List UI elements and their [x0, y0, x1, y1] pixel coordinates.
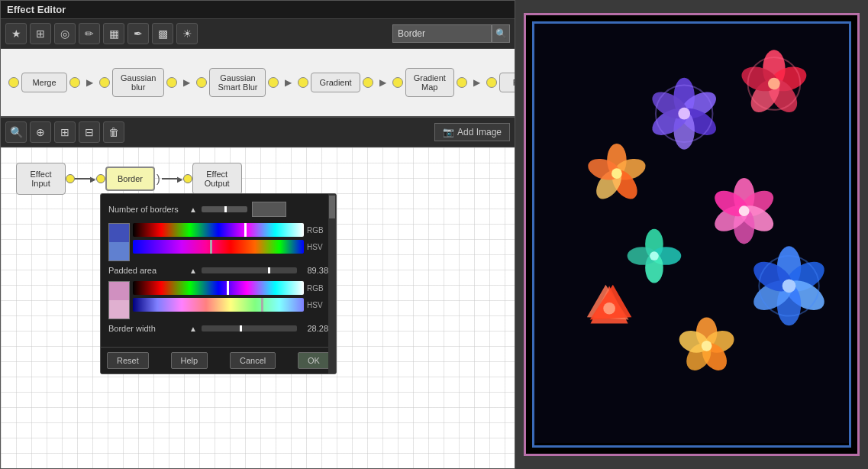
merge-node[interactable]: Merge — [8, 73, 80, 92]
gradient-connector-right — [363, 77, 373, 88]
color-row-2: RGB HSV — [108, 281, 328, 319]
num-borders-thumb — [224, 206, 227, 212]
filter-box[interactable]: Filter — [499, 73, 515, 92]
reset-button[interactable]: Reset — [107, 352, 149, 369]
settings-panel: Number of borders ▲ — [100, 193, 337, 374]
effect-input-box[interactable]: EffectInput — [16, 163, 66, 195]
editor-title-bar: Effect Editor — [1, 1, 515, 19]
border-node[interactable]: Border ) ▶ — [96, 167, 183, 191]
effects-strip: Merge ▶ Gaussianblur ▶ GaussianSmart Blu… — [1, 49, 515, 118]
input-right-connector — [66, 174, 75, 183]
effect-input-node[interactable]: EffectInput — [16, 163, 75, 195]
hsv-slider-2[interactable] — [133, 298, 304, 312]
search-input[interactable] — [392, 24, 492, 43]
gaussian-blur-node[interactable]: Gaussianblur — [99, 68, 177, 97]
color-sliders-1: RGB HSV — [133, 223, 328, 261]
cancel-button[interactable]: Cancel — [230, 352, 276, 369]
help-button[interactable]: Help — [171, 352, 208, 369]
grid-button[interactable]: ⊞ — [30, 23, 51, 44]
gm-box[interactable]: GradientMap — [405, 68, 454, 97]
editor-title: Effect Editor — [7, 4, 66, 15]
color-swatch-1[interactable] — [108, 223, 130, 261]
gsb-connector-right — [268, 77, 279, 88]
scroll-indicator[interactable] — [328, 194, 336, 374]
num-borders-slider[interactable] — [202, 206, 247, 212]
filter-connector-left — [486, 77, 497, 88]
color-swatch-2[interactable] — [108, 281, 130, 319]
svg-point-43 — [702, 341, 712, 351]
gaussian-blur-connector-left — [99, 77, 110, 88]
top-toolbar: ★ ⊞ ◎ ✏ ▦ ✒ ▩ ☀ 🔍 — [1, 19, 515, 49]
node-button[interactable]: ◎ — [54, 23, 76, 44]
rgb-slider-2[interactable] — [133, 281, 304, 295]
gm-connector-right — [457, 77, 467, 88]
padded-area-value: 89.38 — [302, 266, 328, 275]
zoom-in-button[interactable]: ⊕ — [30, 121, 51, 143]
svg-point-48 — [650, 251, 659, 260]
ungroup-button[interactable]: ⊟ — [79, 121, 100, 143]
hsv-label-2: HSV — [307, 301, 328, 309]
pattern-button[interactable]: ▩ — [152, 23, 173, 44]
merge-connector-left — [8, 77, 19, 88]
gsb-box[interactable]: GaussianSmart Blur — [209, 68, 266, 97]
border-left-connector — [96, 174, 105, 183]
gradient-map-node[interactable]: GradientMap — [392, 68, 467, 97]
svg-point-26 — [739, 205, 750, 216]
group-button[interactable]: ⊞ — [54, 121, 76, 143]
padded-area-label: Padded area — [108, 266, 185, 275]
ok-button[interactable]: OK — [298, 352, 330, 369]
rgb-label-2: RGB — [307, 284, 328, 293]
gradient-node[interactable]: Gradient — [298, 73, 373, 92]
preview-panel — [515, 0, 868, 469]
merge-box[interactable]: Merge — [21, 73, 67, 92]
hsv-slider-1[interactable] — [133, 240, 304, 254]
border-box[interactable]: Border — [105, 167, 155, 191]
layer-button[interactable]: ▦ — [103, 23, 124, 44]
node-canvas: EffectInput ▶ Border ) ▶ EffectOutput — [1, 147, 515, 468]
border-width-slider[interactable] — [202, 325, 297, 332]
gradient-box[interactable]: Gradient — [311, 73, 360, 92]
arrow-4: ▶ — [379, 77, 386, 88]
add-image-label: Add Image — [457, 127, 502, 137]
flowers-svg — [534, 24, 849, 443]
add-image-button[interactable]: 📷 Add Image — [434, 123, 510, 141]
color-row-1: RGB HSV — [108, 223, 328, 261]
arrow-1: ▶ — [86, 77, 93, 88]
pen-button[interactable]: ✒ — [127, 23, 149, 44]
svg-point-19 — [611, 168, 622, 179]
add-image-icon: 📷 — [443, 127, 454, 137]
rgb-thumb-2 — [227, 281, 229, 295]
effect-output-box[interactable]: EffectOutput — [192, 163, 242, 195]
settings-content: Number of borders ▲ — [101, 194, 336, 347]
padded-area-slider[interactable] — [202, 267, 297, 273]
second-toolbar: 🔍 ⊕ ⊞ ⊟ 🗑 📷 Add Image — [1, 118, 515, 147]
svg-point-6 — [768, 78, 780, 90]
gaussian-blur-connector-right — [166, 77, 177, 88]
padded-area-triangle-icon: ▲ — [189, 267, 197, 275]
gaussian-blur-box[interactable]: Gaussianblur — [112, 68, 164, 97]
border-width-row: Border width ▲ 28.28 — [108, 324, 328, 333]
preview-inner-border — [532, 21, 851, 448]
num-borders-spinbox[interactable] — [252, 202, 286, 217]
arrow-3: ▶ — [285, 77, 292, 88]
border-width-value: 28.28 — [302, 324, 328, 333]
rgb-slider-1[interactable] — [133, 223, 304, 237]
gaussian-smart-blur-node[interactable]: GaussianSmart Blur — [196, 68, 279, 97]
padded-area-thumb — [268, 267, 270, 273]
num-borders-triangle-icon: ▲ — [189, 205, 197, 214]
search-button[interactable]: 🔍 — [492, 24, 510, 43]
merge-connector-right — [69, 77, 80, 88]
filter-node[interactable]: Filter — [486, 73, 515, 92]
border-width-triangle-icon: ▲ — [189, 325, 197, 333]
star-button[interactable]: ★ — [5, 23, 27, 44]
light-button[interactable]: ☀ — [176, 23, 198, 44]
svg-point-30 — [603, 302, 615, 315]
delete-button[interactable]: 🗑 — [103, 121, 124, 143]
output-left-connector — [183, 174, 192, 183]
scroll-thumb — [329, 196, 335, 218]
zoom-out-button[interactable]: 🔍 — [5, 121, 27, 143]
edit-button[interactable]: ✏ — [79, 23, 100, 44]
node-flow: EffectInput ▶ Border ) ▶ EffectOutput — [16, 163, 242, 195]
rgb-label-1: RGB — [307, 226, 328, 234]
effect-output-node[interactable]: EffectOutput — [183, 163, 242, 195]
